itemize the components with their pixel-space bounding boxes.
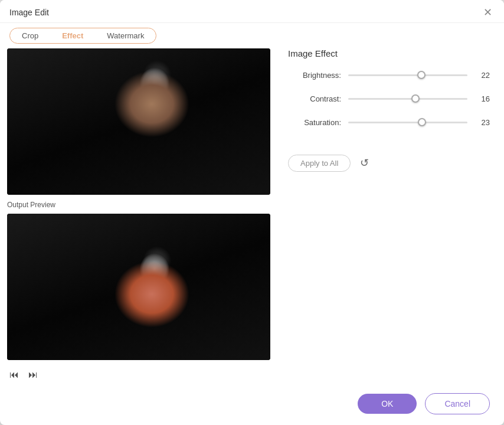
tab-group: Crop Effect Watermark <box>9 28 156 44</box>
original-preview <box>7 48 270 195</box>
contrast-row: Contrast: 16 <box>288 93 490 104</box>
output-image-render <box>7 214 270 360</box>
next-frame-button[interactable]: ⏭ <box>26 367 40 382</box>
close-button[interactable]: ✕ <box>481 6 495 19</box>
brightness-slider-wrap <box>348 69 467 81</box>
main-content: Output Preview ⏮ ⏭ Image Effect Brightne… <box>0 44 504 385</box>
apply-to-all-button[interactable]: Apply to All <box>288 155 351 172</box>
reset-button[interactable]: ↺ <box>358 154 371 172</box>
saturation-slider[interactable] <box>348 122 467 123</box>
left-panel: Output Preview ⏮ ⏭ <box>0 48 277 385</box>
output-preview-label: Output Preview <box>7 201 270 209</box>
tabs-bar: Crop Effect Watermark <box>0 23 504 44</box>
actions-row: Apply to All ↺ <box>288 154 490 172</box>
controls-bar: ⏮ ⏭ <box>7 364 270 382</box>
brightness-label: Brightness: <box>288 71 341 80</box>
right-panel: Image Effect Brightness: 22 Contrast: 16… <box>277 48 504 385</box>
original-image-render <box>7 48 270 195</box>
ok-button[interactable]: OK <box>358 394 417 414</box>
cancel-button[interactable]: Cancel <box>425 393 490 414</box>
prev-frame-button[interactable]: ⏮ <box>7 367 21 382</box>
brightness-value: 22 <box>473 71 490 80</box>
image-edit-dialog: Image Edit ✕ Crop Effect Watermark Outpu… <box>0 0 504 425</box>
saturation-row: Saturation: 23 <box>288 116 490 128</box>
tab-watermark[interactable]: Watermark <box>95 28 156 43</box>
brightness-slider[interactable] <box>348 74 467 76</box>
contrast-slider-wrap <box>348 93 467 104</box>
saturation-label: Saturation: <box>288 118 341 127</box>
contrast-value: 16 <box>473 94 490 103</box>
brightness-row: Brightness: 22 <box>288 69 490 81</box>
contrast-slider[interactable] <box>348 98 467 100</box>
original-image <box>7 48 270 195</box>
saturation-value: 23 <box>473 118 490 127</box>
saturation-slider-wrap <box>348 116 467 128</box>
effect-title: Image Effect <box>288 48 490 58</box>
contrast-label: Contrast: <box>288 94 341 103</box>
dialog-title: Image Edit <box>9 8 49 17</box>
tab-crop[interactable]: Crop <box>10 28 50 43</box>
tab-effect[interactable]: Effect <box>50 28 95 43</box>
output-image <box>7 214 270 360</box>
title-bar: Image Edit ✕ <box>0 0 504 23</box>
output-preview <box>7 214 270 360</box>
footer: OK Cancel <box>0 385 504 425</box>
